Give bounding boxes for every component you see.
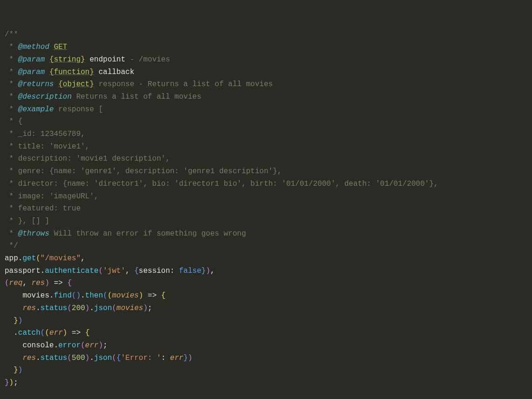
param-res: res xyxy=(32,279,45,287)
method-get: get xyxy=(22,254,36,263)
method-json: json xyxy=(94,354,112,362)
space xyxy=(49,43,54,51)
comment-star: * xyxy=(5,43,18,51)
example-text: response [ xyxy=(54,105,103,114)
comment-line: * image: 'imageURL', xyxy=(5,192,99,201)
indent xyxy=(5,317,13,325)
method-error: error xyxy=(58,341,81,350)
paren: ( xyxy=(5,279,9,287)
colon: : xyxy=(161,354,170,362)
param-desc: - /movies xyxy=(125,55,170,64)
brace: { xyxy=(116,354,121,362)
arrow: => xyxy=(49,279,67,287)
indent xyxy=(5,366,13,374)
brace: } xyxy=(89,80,94,88)
paren: ) xyxy=(188,354,193,362)
arrow: => xyxy=(67,329,85,337)
comma: , xyxy=(125,267,134,275)
jsdoc-tag-param: @param xyxy=(18,68,45,76)
paren: ) xyxy=(45,279,49,287)
param-movies: movies xyxy=(112,291,139,300)
brace: { xyxy=(85,329,90,337)
colon: : xyxy=(170,267,179,275)
dot: . xyxy=(13,329,18,337)
paren: ( xyxy=(72,291,76,300)
brace: } xyxy=(89,68,94,76)
comma: , xyxy=(22,279,31,287)
brace: { xyxy=(161,291,166,300)
dot: . xyxy=(18,254,23,263)
semicolon: ; xyxy=(103,341,108,350)
param-name: callback xyxy=(99,68,135,76)
space xyxy=(94,68,99,76)
method-get: GET xyxy=(54,43,67,51)
indent xyxy=(5,329,13,337)
identifier-passport: passport xyxy=(5,267,40,275)
paren: ( xyxy=(67,354,72,362)
dot: . xyxy=(81,291,85,300)
paren: ) xyxy=(18,317,23,325)
comment-line: * genre: {name: 'genre1', description: '… xyxy=(5,167,282,176)
type-function: function xyxy=(54,68,90,76)
identifier-app: app xyxy=(5,254,18,263)
comment-star: * xyxy=(5,55,18,64)
number-200: 200 xyxy=(72,304,85,312)
type-object: object xyxy=(63,80,90,88)
keyword-false: false xyxy=(179,267,202,275)
paren: ) xyxy=(76,291,81,300)
comment-line: * }, [] ] xyxy=(5,217,49,225)
paren: ) xyxy=(99,341,103,350)
jsdoc-tag-method: @method xyxy=(18,43,49,51)
param-err: err xyxy=(49,329,63,337)
comment-star: * xyxy=(5,68,18,76)
method-catch: catch xyxy=(18,329,40,337)
dot: . xyxy=(36,354,40,362)
paren: ( xyxy=(36,254,40,263)
dot: . xyxy=(36,304,40,312)
comment-line: */ xyxy=(5,242,18,250)
jsdoc-tag-description: @description xyxy=(18,93,72,101)
indent xyxy=(5,341,22,350)
dot: . xyxy=(89,304,94,312)
brace: } xyxy=(5,379,9,387)
comma: , xyxy=(81,254,85,263)
param-req: req xyxy=(9,279,23,287)
param-movies: movies xyxy=(116,304,143,312)
string-literal: 'Error: ' xyxy=(121,354,161,362)
paren: ( xyxy=(67,304,72,312)
comment-line: * { xyxy=(5,117,22,126)
arrow: => xyxy=(143,291,161,300)
paren: ( xyxy=(99,267,103,275)
brace: } xyxy=(81,55,85,64)
comment-star: * xyxy=(5,80,18,88)
brace: { xyxy=(49,68,54,76)
number-500: 500 xyxy=(72,354,85,362)
brace: } xyxy=(202,267,206,275)
param-name: endpoint xyxy=(89,55,125,64)
code-editor[interactable]: /** * @method GET * @param {string} endp… xyxy=(5,28,527,389)
comment-line: /** xyxy=(5,30,18,39)
paren: ( xyxy=(112,304,116,312)
prop-session: session xyxy=(139,267,170,275)
paren: ) xyxy=(9,379,14,387)
brace: } xyxy=(13,317,18,325)
semicolon: ; xyxy=(148,304,152,312)
brace: } xyxy=(13,366,18,374)
method-find: find xyxy=(54,291,72,300)
indent xyxy=(5,354,22,362)
indent xyxy=(5,291,22,300)
returns-desc: response - Returns a list of all movies xyxy=(94,80,273,88)
space xyxy=(54,80,59,88)
jsdoc-tag-throws: @throws xyxy=(18,230,49,238)
identifier-res: res xyxy=(22,304,36,312)
paren: ) xyxy=(139,291,143,300)
comment-line: * featured: true xyxy=(5,204,81,213)
identifier-movies: movies xyxy=(22,291,49,300)
param-err: err xyxy=(170,354,183,362)
comment-star: * xyxy=(5,105,18,114)
paren: ) xyxy=(206,267,210,275)
comment-line: * description: 'movie1 description', xyxy=(5,155,170,163)
description-text: Returns a list of all movies xyxy=(72,93,201,101)
brace: { xyxy=(67,279,72,287)
space xyxy=(45,55,49,64)
